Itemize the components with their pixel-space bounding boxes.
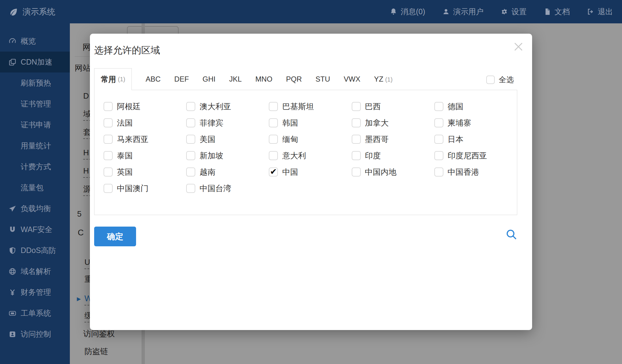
tab-DEF[interactable]: DEF: [174, 75, 189, 83]
sidebar-item-CDN加速[interactable]: CDN加速: [0, 52, 70, 72]
region-label: 巴基斯坦: [282, 101, 314, 112]
sidebar-item-域名解析[interactable]: 域名解析: [0, 261, 70, 282]
topbar-item-1[interactable]: 演示用户: [442, 7, 484, 17]
globe-icon: [9, 268, 16, 275]
region-checkbox-印度[interactable]: [352, 151, 361, 160]
region-label: 柬埔寨: [448, 118, 471, 128]
sidebar-item-计费方式[interactable]: 计费方式: [0, 156, 70, 177]
region-checkbox-日本[interactable]: [434, 135, 443, 144]
sidebar-item-财务管理[interactable]: 财务管理: [0, 282, 70, 303]
region-checkbox-中国澳门[interactable]: [104, 184, 113, 193]
modal-title: 选择允许的区域: [94, 44, 160, 57]
confirm-button[interactable]: 确定: [94, 227, 136, 246]
region-checkbox-新加坡[interactable]: [186, 151, 195, 160]
user-icon: [442, 8, 450, 15]
sidebar-item-流量包[interactable]: 流量包: [0, 177, 70, 198]
sidebar-item-label: 流量包: [21, 183, 43, 193]
sidebar-item-访问控制[interactable]: 访问控制: [0, 324, 70, 345]
topbar-item-0[interactable]: 消息(0): [390, 7, 425, 17]
region-checkbox-美国[interactable]: [186, 135, 195, 144]
close-icon[interactable]: [511, 40, 525, 54]
sidebar-item-概览[interactable]: 概览: [0, 31, 70, 52]
region-label: 阿根廷: [117, 101, 141, 112]
region-checkbox-菲律宾[interactable]: [186, 118, 195, 127]
sidebar-item-label: 概览: [21, 36, 36, 46]
sidebar-item-label: 负载均衡: [21, 204, 51, 214]
region-checkbox-缅甸[interactable]: [269, 135, 278, 144]
region-label: 英国: [117, 167, 133, 177]
region-checkbox-巴基斯坦[interactable]: [269, 102, 278, 111]
region-grid-box: 阿根廷澳大利亚巴基斯坦巴西德国法国菲律宾韩国加拿大柬埔寨马来西亚美国缅甸墨西哥日…: [94, 90, 517, 215]
region-checkbox-阿根廷[interactable]: [104, 102, 113, 111]
app: 演示系统 消息(0)演示用户设置文档退出 概览CDN加速刷新预热证书管理证书申请…: [0, 0, 622, 364]
tab-count: (1): [118, 76, 125, 83]
tab-JKL[interactable]: JKL: [229, 75, 241, 83]
region-checkbox-泰国[interactable]: [104, 151, 113, 160]
region-checkbox-德国[interactable]: [434, 102, 443, 111]
region-item: 印度尼西亚: [434, 147, 517, 164]
tab-VWX[interactable]: VWX: [344, 75, 361, 83]
region-label: 中国澳门: [117, 183, 149, 194]
sidebar-item-证书申请[interactable]: 证书申请: [0, 114, 70, 135]
tab-MNO[interactable]: MNO: [255, 75, 272, 83]
select-all-checkbox[interactable]: [486, 76, 495, 84]
select-all-label: 全选: [499, 75, 514, 85]
region-checkbox-中国台湾[interactable]: [186, 184, 195, 193]
brand: 演示系统: [0, 6, 55, 17]
sidebar-item-工单系统[interactable]: 工单系统: [0, 303, 70, 324]
region-checkbox-加拿大[interactable]: [352, 118, 361, 127]
sidebar-item-刷新预热[interactable]: 刷新预热: [0, 72, 70, 93]
region-label: 加拿大: [365, 118, 389, 128]
gear-icon: [501, 8, 508, 15]
region-label: 缅甸: [282, 134, 298, 145]
tab-STU[interactable]: STU: [316, 75, 330, 83]
tab-常用[interactable]: 常用(1): [94, 68, 132, 90]
region-checkbox-印度尼西亚[interactable]: [434, 151, 443, 160]
sidebar-item-用量统计[interactable]: 用量统计: [0, 135, 70, 156]
region-checkbox-韩国[interactable]: [269, 118, 278, 127]
document-icon: [544, 8, 551, 15]
sidebar-item-WAF安全[interactable]: WAF安全: [0, 219, 70, 240]
region-checkbox-巴西[interactable]: [352, 102, 361, 111]
region-select-modal: 选择允许的区域 常用(1)ABCDEFGHIJKLMNOPQRSTUVWXYZ(…: [90, 34, 532, 330]
region-checkbox-中国[interactable]: [269, 167, 278, 177]
region-item: 巴基斯坦: [269, 98, 351, 115]
topbar-item-4[interactable]: 退出: [587, 7, 613, 17]
tab-label: MNO: [255, 75, 272, 83]
tab-label: STU: [316, 75, 330, 83]
topbar-item-2[interactable]: 设置: [501, 7, 527, 17]
region-checkbox-马来西亚[interactable]: [104, 135, 113, 144]
topbar-item-3[interactable]: 文档: [544, 7, 570, 17]
logout-icon: [587, 8, 594, 15]
tab-ABC[interactable]: ABC: [145, 75, 160, 83]
region-checkbox-柬埔寨[interactable]: [434, 118, 443, 127]
region-checkbox-中国香港[interactable]: [434, 167, 443, 177]
region-checkbox-法国[interactable]: [104, 118, 113, 127]
search-icon[interactable]: [505, 228, 518, 241]
region-item: 德国: [434, 98, 517, 115]
region-checkbox-中国内地[interactable]: [352, 167, 361, 177]
tab-PQR[interactable]: PQR: [286, 75, 302, 83]
sidebar-item-证书管理[interactable]: 证书管理: [0, 93, 70, 114]
tab-YZ[interactable]: YZ(1): [374, 75, 393, 83]
tab-label: JKL: [229, 75, 241, 83]
region-label: 日本: [448, 134, 463, 145]
region-item: 美国: [186, 131, 269, 147]
region-item: 马来西亚: [104, 131, 186, 147]
region-checkbox-澳大利亚[interactable]: [186, 102, 195, 111]
region-checkbox-意大利[interactable]: [269, 151, 278, 160]
tab-GHI[interactable]: GHI: [203, 75, 216, 83]
topbar-menu: 消息(0)演示用户设置文档退出: [390, 7, 622, 17]
topbar-item-label: 演示用户: [453, 7, 484, 17]
region-label: 中国: [282, 167, 298, 177]
region-checkbox-越南[interactable]: [186, 167, 195, 177]
tab-label: DEF: [174, 75, 189, 83]
region-checkbox-墨西哥[interactable]: [352, 135, 361, 144]
region-tabs: 常用(1)ABCDEFGHIJKLMNOPQRSTUVWXYZ(1): [94, 68, 393, 90]
sidebar-item-DDoS高防[interactable]: DDoS高防: [0, 240, 70, 261]
region-checkbox-英国[interactable]: [104, 167, 113, 177]
region-label: 菲律宾: [200, 118, 223, 128]
sidebar-item-负载均衡[interactable]: 负载均衡: [0, 198, 70, 219]
region-item: 巴西: [352, 98, 434, 115]
tab-label: VWX: [344, 75, 361, 83]
